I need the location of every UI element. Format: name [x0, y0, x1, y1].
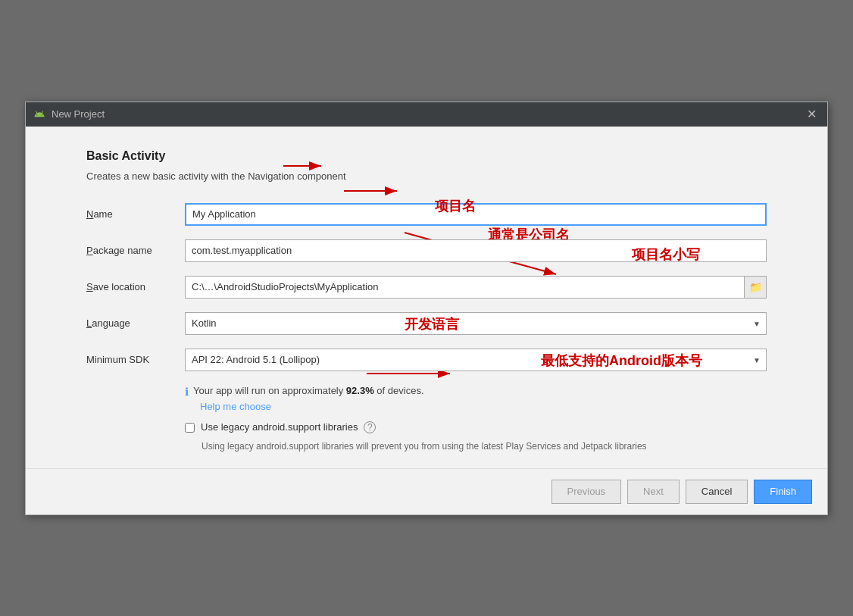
sdk-select-wrapper: API 16: Android 4.1 (Jelly Bean) API 21:… — [185, 349, 767, 371]
help-me-choose-link[interactable]: Help me choose — [200, 401, 271, 412]
coverage-row: ℹ Your app will run on approximately 92.… — [185, 385, 767, 398]
language-label: Language — [86, 317, 185, 329]
new-project-dialog: New Project ✕ Basic Activity Creates — [25, 102, 828, 515]
package-input[interactable] — [185, 239, 767, 262]
cancel-button[interactable]: Cancel — [686, 480, 748, 504]
dialog-body: Basic Activity Creates a new basic activ… — [26, 127, 827, 468]
name-input[interactable] — [185, 203, 767, 226]
sdk-row: Minimum SDK API 16: Android 4.1 (Jelly B… — [86, 349, 767, 371]
section-title: Basic Activity — [86, 149, 767, 163]
name-label: Name — [86, 208, 185, 220]
coverage-text: Your app will run on approximately 92.3%… — [193, 385, 424, 396]
info-icon: ℹ — [185, 386, 189, 398]
title-bar: New Project ✕ — [26, 102, 827, 127]
save-label: Save location — [86, 281, 185, 292]
previous-button[interactable]: Previous — [551, 480, 622, 504]
package-label: Package name — [86, 245, 185, 256]
legacy-checkbox[interactable] — [185, 423, 195, 433]
info-section: ℹ Your app will run on approximately 92.… — [185, 385, 767, 412]
sdk-select[interactable]: API 16: Android 4.1 (Jelly Bean) API 21:… — [185, 349, 767, 371]
legacy-help-icon: ? — [364, 421, 376, 433]
title-bar-left: New Project — [33, 108, 105, 120]
name-row: Name 项目名 通常是公司名 — [86, 203, 767, 226]
subtitle: Creates a new basic activity with the Na… — [86, 170, 767, 182]
legacy-checkbox-label[interactable]: Use legacy android.support libraries — [201, 421, 358, 433]
legacy-checkbox-row: Use legacy android.support libraries ? — [185, 421, 767, 433]
save-location-row: Save location 📁 — [86, 276, 767, 299]
finish-button[interactable]: Finish — [754, 480, 812, 504]
save-input-wrapper: 📁 — [185, 276, 767, 299]
sdk-label: Minimum SDK — [86, 354, 185, 365]
close-button[interactable]: ✕ — [804, 107, 820, 122]
dialog-title: New Project — [52, 108, 105, 120]
legacy-description: Using legacy android.support libraries w… — [185, 439, 767, 453]
language-select-wrapper: Kotlin Java ▼ — [185, 312, 767, 335]
language-select[interactable]: Kotlin Java — [185, 312, 767, 335]
language-row: Language Kotlin Java ▼ 开发语言 — [86, 312, 767, 335]
browse-button[interactable]: 📁 — [744, 276, 767, 299]
save-input[interactable] — [185, 276, 744, 299]
android-icon — [33, 108, 45, 120]
next-button[interactable]: Next — [627, 480, 680, 504]
dialog-footer: Previous Next Cancel Finish — [26, 468, 827, 514]
package-row: Package name 项目名小写 — [86, 239, 767, 262]
